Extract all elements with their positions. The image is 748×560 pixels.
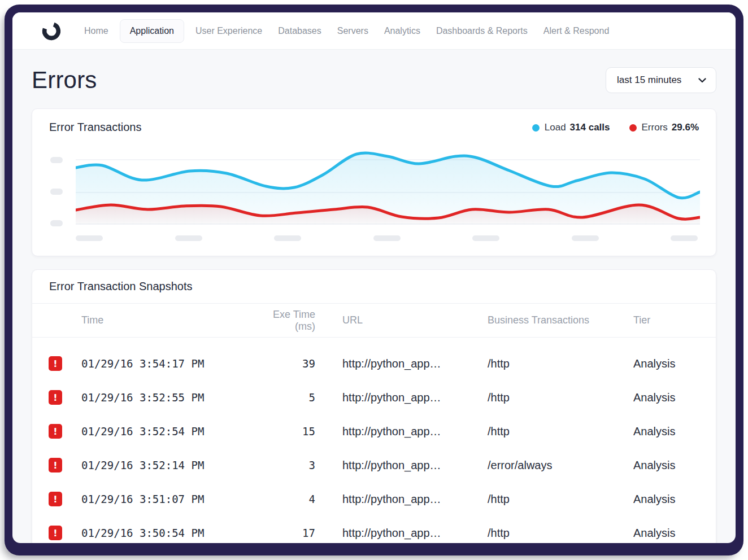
error-transactions-title: Error Transactions bbox=[49, 121, 141, 134]
cell-time: 01/29/16 3:50:54 PM bbox=[81, 527, 251, 539]
error-exclamation-icon: ! bbox=[49, 424, 62, 439]
app-window: HomeApplicationUser ExperienceDatabasesS… bbox=[12, 12, 736, 543]
x-tick-pill bbox=[175, 235, 202, 241]
error-exclamation-icon: ! bbox=[49, 356, 62, 371]
cell-tier: Analysis bbox=[633, 357, 716, 370]
cell-business-transaction: /http bbox=[488, 391, 633, 404]
cell-exe-time: 39 bbox=[251, 357, 315, 370]
error-exclamation-icon: ! bbox=[49, 492, 62, 506]
y-tick-pill bbox=[50, 220, 63, 226]
cell-exe-time: 17 bbox=[251, 527, 315, 539]
page-title: Errors bbox=[32, 67, 97, 94]
legend-dot-icon bbox=[532, 124, 540, 132]
nav-item-dashboards-reports[interactable]: Dashboards & Reports bbox=[429, 19, 535, 43]
cell-exe-time: 4 bbox=[251, 493, 315, 505]
nav-item-home[interactable]: Home bbox=[77, 19, 116, 43]
legend-dot-icon bbox=[629, 124, 637, 132]
cell-url: http://python_app… bbox=[342, 357, 488, 370]
x-tick-pill bbox=[274, 235, 301, 241]
x-tick-pill bbox=[76, 235, 103, 241]
error-snapshots-card: Error Transaction Snapshots Time Exe Tim… bbox=[32, 269, 716, 543]
col-header-exe-time: Exe Time (ms) bbox=[251, 309, 315, 333]
page-header: Errors last 15 minutes bbox=[32, 67, 716, 94]
cell-time: 01/29/16 3:52:14 PM bbox=[81, 459, 251, 471]
snapshot-row[interactable]: !01/29/16 3:51:07 PM4http://python_app…/… bbox=[32, 482, 716, 516]
time-range-value: last 15 minutes bbox=[617, 75, 681, 86]
snapshots-title: Error Transaction Snapshots bbox=[32, 270, 716, 304]
error-exclamation-icon: ! bbox=[49, 458, 62, 473]
error-transactions-chart bbox=[76, 150, 700, 231]
cell-exe-time: 3 bbox=[251, 459, 315, 471]
nav-item-analytics[interactable]: Analytics bbox=[377, 19, 428, 43]
snapshot-row[interactable]: !01/29/16 3:52:55 PM5http://python_app…/… bbox=[32, 380, 716, 414]
error-exclamation-icon: ! bbox=[49, 526, 62, 540]
cell-business-transaction: /error/always bbox=[488, 459, 633, 472]
cell-business-transaction: /http bbox=[488, 425, 633, 438]
cell-time: 01/29/16 3:52:54 PM bbox=[81, 425, 251, 438]
cell-business-transaction: /http bbox=[488, 357, 633, 370]
cell-exe-time: 15 bbox=[251, 425, 315, 438]
cell-business-transaction: /http bbox=[488, 527, 633, 540]
chart-legend: Load314 callsErrors29.6% bbox=[532, 122, 699, 133]
main-content: Errors last 15 minutes Error Transaction… bbox=[12, 67, 736, 543]
x-tick-pill bbox=[373, 235, 401, 241]
col-header-url: URL bbox=[342, 314, 488, 326]
cell-url: http://python_app… bbox=[342, 425, 488, 438]
col-header-time: Time bbox=[81, 314, 251, 326]
snapshot-row[interactable]: !01/29/16 3:52:54 PM15http://python_app…… bbox=[32, 414, 716, 448]
legend-item-errors: Errors29.6% bbox=[629, 122, 699, 133]
legend-item-load: Load314 calls bbox=[532, 122, 610, 133]
cell-url: http://python_app… bbox=[342, 459, 488, 472]
y-tick-pill bbox=[50, 189, 63, 195]
cell-tier: Analysis bbox=[633, 527, 716, 540]
appdynamics-logo-icon[interactable] bbox=[41, 20, 62, 42]
x-tick-pill bbox=[572, 235, 599, 241]
snapshot-row[interactable]: !01/29/16 3:50:54 PM17http://python_app…… bbox=[32, 516, 716, 543]
col-header-business-transactions: Business Transactions bbox=[488, 314, 633, 326]
snapshots-table-body: !01/29/16 3:54:17 PM39http://python_app…… bbox=[32, 347, 716, 543]
snapshots-column-headers: Time Exe Time (ms) URL Business Transact… bbox=[32, 304, 716, 338]
snapshot-row[interactable]: !01/29/16 3:52:14 PM3http://python_app…/… bbox=[32, 448, 716, 482]
cell-business-transaction: /http bbox=[488, 493, 633, 506]
time-range-select[interactable]: last 15 minutes bbox=[606, 67, 716, 93]
top-nav-bar: HomeApplicationUser ExperienceDatabasesS… bbox=[12, 12, 736, 50]
x-tick-pill bbox=[472, 235, 499, 241]
error-transactions-card: Error Transactions Load314 callsErrors29… bbox=[32, 108, 716, 256]
cell-tier: Analysis bbox=[633, 391, 716, 404]
cell-exe-time: 5 bbox=[251, 391, 315, 404]
nav-item-databases[interactable]: Databases bbox=[271, 19, 329, 43]
chevron-down-icon bbox=[698, 78, 706, 83]
x-tick-pill bbox=[671, 235, 698, 241]
snapshot-row[interactable]: !01/29/16 3:54:17 PM39http://python_app…… bbox=[32, 347, 716, 380]
nav-item-user-experience[interactable]: User Experience bbox=[188, 19, 269, 43]
cell-tier: Analysis bbox=[633, 425, 716, 438]
nav-item-servers[interactable]: Servers bbox=[330, 19, 376, 43]
cell-url: http://python_app… bbox=[342, 391, 488, 404]
cell-url: http://python_app… bbox=[342, 527, 488, 540]
cell-time: 01/29/16 3:52:55 PM bbox=[81, 391, 251, 404]
cell-url: http://python_app… bbox=[342, 493, 488, 506]
error-exclamation-icon: ! bbox=[49, 390, 62, 405]
nav-item-application[interactable]: Application bbox=[120, 19, 184, 43]
y-tick-pill bbox=[50, 157, 63, 163]
main-nav: HomeApplicationUser ExperienceDatabasesS… bbox=[77, 19, 616, 43]
cell-time: 01/29/16 3:54:17 PM bbox=[81, 357, 251, 370]
col-header-tier: Tier bbox=[633, 314, 716, 326]
cell-tier: Analysis bbox=[633, 459, 716, 472]
nav-item-alert-respond[interactable]: Alert & Respond bbox=[536, 19, 617, 43]
cell-time: 01/29/16 3:51:07 PM bbox=[81, 493, 251, 505]
cell-tier: Analysis bbox=[633, 493, 716, 506]
